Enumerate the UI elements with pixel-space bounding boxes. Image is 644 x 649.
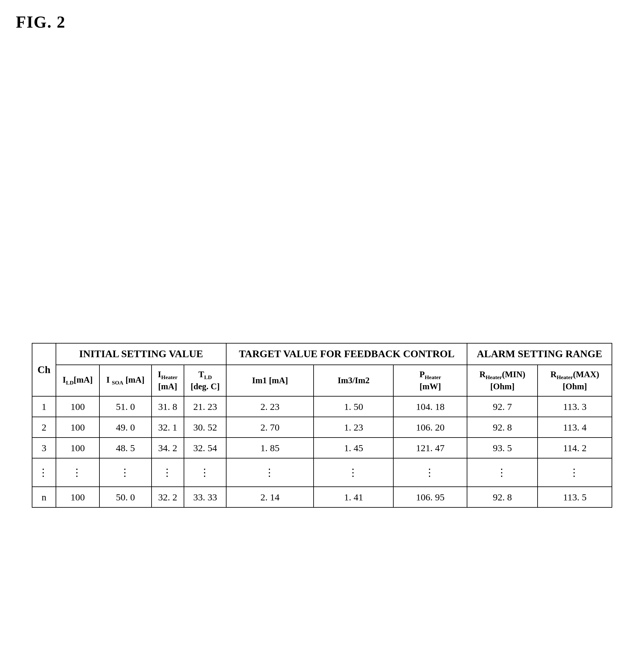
cell-ch: 3 bbox=[32, 437, 56, 458]
cell-tld: 33. 33 bbox=[184, 487, 226, 507]
cell-ellipsis: ⋮ bbox=[314, 458, 393, 487]
cell-ellipsis: ⋮ bbox=[56, 458, 99, 487]
group-header-alarm: ALARM SETTING RANGE bbox=[467, 343, 612, 365]
cell-ellipsis: ⋮ bbox=[226, 458, 314, 487]
cell-im3im2: 1. 50 bbox=[314, 396, 393, 417]
cell-rmax: 113. 4 bbox=[537, 417, 612, 437]
cell-rmax: 113. 5 bbox=[537, 487, 612, 507]
col-header-pheater: PHeater[mW] bbox=[393, 365, 467, 396]
cell-ch: n bbox=[32, 487, 56, 507]
cell-iheater: 32. 1 bbox=[152, 417, 184, 437]
table-row: 3 100 48. 5 34. 2 32. 54 1. 85 1. 45 121… bbox=[32, 437, 612, 458]
col-header-isoa: I SOA [mA] bbox=[99, 365, 152, 396]
cell-isoa: 49. 0 bbox=[99, 417, 152, 437]
cell-iheater: 34. 2 bbox=[152, 437, 184, 458]
cell-ellipsis: ⋮ bbox=[393, 458, 467, 487]
cell-rmin: 92. 7 bbox=[467, 396, 537, 417]
cell-isoa: 51. 0 bbox=[99, 396, 152, 417]
cell-pheater: 106. 20 bbox=[393, 417, 467, 437]
cell-rmin: 92. 8 bbox=[467, 487, 537, 507]
cell-ellipsis: ⋮ bbox=[32, 458, 56, 487]
cell-ild: 100 bbox=[56, 487, 99, 507]
cell-isoa: 48. 5 bbox=[99, 437, 152, 458]
cell-pheater: 106. 95 bbox=[393, 487, 467, 507]
cell-tld: 21. 23 bbox=[184, 396, 226, 417]
table-row: 1 100 51. 0 31. 8 21. 23 2. 23 1. 50 104… bbox=[32, 396, 612, 417]
table-row: 2 100 49. 0 32. 1 30. 52 2. 70 1. 23 106… bbox=[32, 417, 612, 437]
col-header-iheater: IHeater[mA] bbox=[152, 365, 184, 396]
cell-rmax: 114. 2 bbox=[537, 437, 612, 458]
cell-iheater: 31. 8 bbox=[152, 396, 184, 417]
cell-ild: 100 bbox=[56, 396, 99, 417]
group-header-target: TARGET VALUE FOR FEEDBACK CONTROL bbox=[226, 343, 467, 365]
cell-tld: 30. 52 bbox=[184, 417, 226, 437]
data-table: Ch INITIAL SETTING VALUE TARGET VALUE FO… bbox=[32, 343, 612, 508]
col-header-rmin: RHeater(MIN)[Ohm] bbox=[467, 365, 537, 396]
cell-ellipsis: ⋮ bbox=[467, 458, 537, 487]
table-container: Ch INITIAL SETTING VALUE TARGET VALUE FO… bbox=[32, 343, 612, 508]
table-row: n 100 50. 0 32. 2 33. 33 2. 14 1. 41 106… bbox=[32, 487, 612, 507]
cell-im3im2: 1. 23 bbox=[314, 417, 393, 437]
cell-ellipsis: ⋮ bbox=[152, 458, 184, 487]
cell-tld: 32. 54 bbox=[184, 437, 226, 458]
cell-im1: 2. 23 bbox=[226, 396, 314, 417]
cell-ch: 1 bbox=[32, 396, 56, 417]
col-header-tld: TLD[deg. C] bbox=[184, 365, 226, 396]
cell-im3im2: 1. 45 bbox=[314, 437, 393, 458]
cell-rmin: 92. 8 bbox=[467, 417, 537, 437]
cell-rmin: 93. 5 bbox=[467, 437, 537, 458]
col-header-im3im2: Im3/Im2 bbox=[314, 365, 393, 396]
cell-ellipsis: ⋮ bbox=[184, 458, 226, 487]
group-header-initial: INITIAL SETTING VALUE bbox=[56, 343, 226, 365]
cell-iheater: 32. 2 bbox=[152, 487, 184, 507]
cell-im3im2: 1. 41 bbox=[314, 487, 393, 507]
cell-pheater: 121. 47 bbox=[393, 437, 467, 458]
cell-pheater: 104. 18 bbox=[393, 396, 467, 417]
fig-label: FIG. 2 bbox=[16, 13, 66, 32]
cell-ellipsis: ⋮ bbox=[537, 458, 612, 487]
col-header-ch: Ch bbox=[32, 343, 56, 396]
cell-im1: 2. 70 bbox=[226, 417, 314, 437]
col-header-im1: Im1 [mA] bbox=[226, 365, 314, 396]
cell-ch: 2 bbox=[32, 417, 56, 437]
col-header-ild: ILD[mA] bbox=[56, 365, 99, 396]
cell-im1: 2. 14 bbox=[226, 487, 314, 507]
cell-isoa: 50. 0 bbox=[99, 487, 152, 507]
cell-im1: 1. 85 bbox=[226, 437, 314, 458]
cell-ild: 100 bbox=[56, 437, 99, 458]
ellipsis-row: ⋮ ⋮ ⋮ ⋮ ⋮ ⋮ ⋮ ⋮ ⋮ ⋮ bbox=[32, 458, 612, 487]
col-header-rmax: RHeater(MAX)[Ohm] bbox=[537, 365, 612, 396]
cell-ellipsis: ⋮ bbox=[99, 458, 152, 487]
cell-ild: 100 bbox=[56, 417, 99, 437]
cell-rmax: 113. 3 bbox=[537, 396, 612, 417]
